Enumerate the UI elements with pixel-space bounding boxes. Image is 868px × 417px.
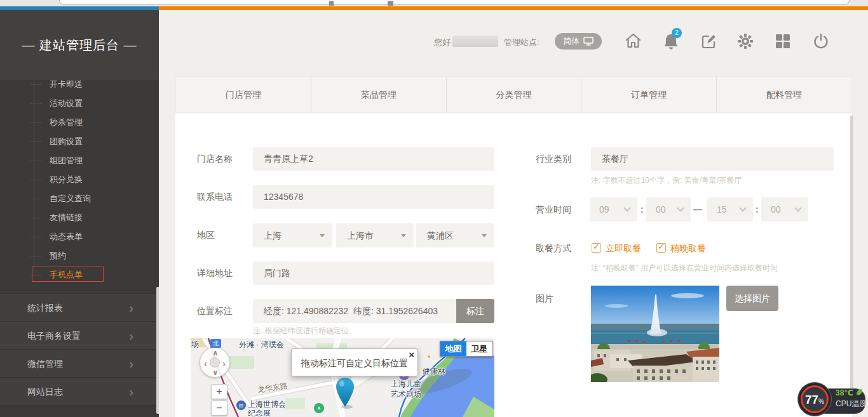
sidebar-item-dynamic-form[interactable]: 动态表单 bbox=[0, 227, 159, 246]
sidebar-item-teambuy[interactable]: 组团管理 bbox=[0, 151, 159, 170]
time-colon: : bbox=[641, 204, 644, 215]
tab-dish-management[interactable]: 菜品管理 bbox=[311, 77, 447, 112]
language-switch-button[interactable]: 简体 bbox=[555, 33, 602, 50]
sidebar-item-seckill[interactable]: 秒杀管理 bbox=[0, 113, 159, 132]
location-input[interactable]: 经度: 121.490882232 纬度: 31.1952626403 bbox=[253, 299, 456, 323]
sidebar-item-activity[interactable]: 活动设置 bbox=[0, 94, 159, 113]
sidebar-scrollbar[interactable] bbox=[156, 287, 159, 414]
map-widget[interactable]: 场 外滩 · 湾璞会 龙华东路 健康林 上海儿童 艺术剧场 上海世博会 纪念展 … bbox=[191, 338, 494, 417]
app-title: — 建站管理后台 — bbox=[0, 10, 159, 80]
sidebar-section-ecommerce[interactable]: 电子商务设置› bbox=[0, 321, 159, 349]
address-input[interactable]: 局门路 bbox=[253, 261, 494, 285]
pickup-later-checkbox[interactable]: ✓ bbox=[656, 243, 666, 253]
sidebar: — 建站管理后台 — 开卡即送 活动设置 秒杀管理 团购设置 组团管理 积分兑换… bbox=[0, 10, 159, 417]
chevron-down-icon bbox=[623, 204, 630, 211]
pickup-later-label[interactable]: 稍晚取餐 bbox=[670, 243, 706, 255]
browser-glyph bbox=[329, 1, 334, 6]
choose-image-button[interactable]: 选择图片 bbox=[726, 286, 778, 311]
open-minute-select[interactable]: 00 bbox=[646, 197, 691, 222]
map-label-children-theater: 上海儿童 bbox=[391, 379, 421, 390]
sidebar-section-wechat[interactable]: 微信管理› bbox=[0, 349, 159, 377]
map-mode-button[interactable]: 地图 bbox=[440, 341, 466, 356]
content-scrollbar[interactable] bbox=[850, 116, 853, 413]
map-pin-icon[interactable] bbox=[334, 376, 357, 409]
chevron-right-icon: › bbox=[129, 294, 133, 322]
phone-label: 联系电话 bbox=[197, 192, 233, 203]
city-select[interactable]: 上海市 bbox=[336, 223, 414, 248]
north-indicator: 北 bbox=[210, 339, 221, 348]
phone-input[interactable]: 12345678 bbox=[253, 185, 494, 209]
dropdown-arrow-icon bbox=[320, 234, 325, 237]
accent-bar-orange bbox=[159, 6, 868, 10]
close-minute-select[interactable]: 00 bbox=[761, 197, 808, 222]
zoom-out-button[interactable]: − bbox=[211, 400, 227, 416]
location-note: 注: 根据经纬度进行精确定位 bbox=[253, 326, 349, 336]
store-name-input[interactable]: 青青原上草2 bbox=[253, 147, 494, 171]
chevron-down-icon bbox=[677, 204, 684, 211]
chevron-down-icon bbox=[794, 204, 801, 211]
latitude-value: 31.1952626403 bbox=[376, 306, 438, 316]
pan-up-icon[interactable]: ∧ bbox=[212, 348, 219, 357]
sidebar-section-statistics[interactable]: 统计报表› bbox=[0, 293, 159, 321]
apps-grid-icon[interactable] bbox=[775, 34, 790, 49]
pan-right-icon[interactable]: › bbox=[222, 358, 226, 369]
gear-icon[interactable] bbox=[738, 34, 753, 49]
address-label: 详细地址 bbox=[197, 268, 233, 279]
district-select[interactable]: 黄浦区 bbox=[416, 223, 494, 248]
active-item-highlight-box bbox=[32, 267, 104, 282]
map-type-toggle: 地图 卫星 bbox=[440, 341, 493, 357]
pan-down-icon[interactable]: ∨ bbox=[212, 368, 219, 377]
region-label: 地区 bbox=[197, 230, 215, 241]
open-hour-select[interactable]: 09 bbox=[590, 197, 637, 222]
cpu-percent-value: 77 bbox=[805, 393, 818, 406]
park-poi-icon[interactable]: ▲ bbox=[314, 403, 324, 413]
home-icon[interactable] bbox=[625, 32, 642, 50]
pan-left-icon[interactable]: ‹ bbox=[204, 358, 207, 369]
map-tooltip: 拖动标注可自定义目标位置 × bbox=[291, 348, 418, 376]
browser-glyph bbox=[388, 1, 393, 6]
sidebar-item-custom-query[interactable]: 自定义查询 bbox=[0, 189, 159, 208]
check-icon: ✓ bbox=[593, 242, 600, 251]
industry-label: 行业类别 bbox=[536, 154, 571, 165]
sidebar-item-booking[interactable]: 预约 bbox=[0, 246, 159, 265]
tab-order-management[interactable]: 订单管理 bbox=[581, 77, 717, 112]
monitor-icon bbox=[583, 37, 593, 46]
map-pan-control[interactable]: ∧ ∨ ‹ › bbox=[200, 347, 230, 378]
cpu-temp-widget[interactable]: 77% 38℃ CPU温度 bbox=[792, 382, 868, 417]
satellite-mode-button[interactable]: 卫星 bbox=[466, 341, 492, 356]
poi-dot bbox=[427, 355, 431, 359]
map-label-expo2: 纪念展 bbox=[248, 408, 271, 417]
notification-badge: 2 bbox=[672, 28, 682, 38]
browser-strip bbox=[0, 0, 868, 6]
pickup-now-checkbox[interactable]: ✓ bbox=[592, 243, 601, 253]
power-icon[interactable] bbox=[813, 33, 829, 50]
map-tooltip-text: 拖动标注可自定义目标位置 bbox=[292, 349, 417, 377]
cpu-temp-label: CPU温度 bbox=[836, 399, 867, 409]
mark-location-button[interactable]: 标注 bbox=[456, 299, 494, 323]
zoom-in-button[interactable]: + bbox=[211, 384, 227, 399]
sidebar-item-links[interactable]: 友情链接 bbox=[0, 208, 159, 227]
province-select[interactable]: 上海 bbox=[253, 223, 332, 248]
museum-poi-icon[interactable]: ▤ bbox=[236, 400, 246, 410]
industry-input[interactable]: 茶餐厅 bbox=[591, 147, 834, 171]
close-hour-select[interactable]: 15 bbox=[707, 197, 753, 222]
pickup-now-label[interactable]: 立即取餐 bbox=[606, 243, 641, 255]
map-label-partial: 场 bbox=[191, 339, 199, 350]
module-tabs: 门店管理 菜品管理 分类管理 订单管理 配料管理 bbox=[175, 76, 852, 113]
sidebar-section-site-log[interactable]: 网站日志› bbox=[0, 377, 159, 405]
cpu-usage-gauge: 77% bbox=[797, 382, 832, 416]
close-icon[interactable]: × bbox=[409, 349, 414, 360]
sidebar-item-groupbuy[interactable]: 团购设置 bbox=[0, 132, 159, 151]
edit-icon[interactable] bbox=[701, 34, 717, 50]
sidebar-item-points[interactable]: 积分兑换 bbox=[0, 170, 159, 189]
tab-ingredient-management[interactable]: 配料管理 bbox=[717, 77, 851, 112]
browser-omnibox[interactable] bbox=[59, 0, 850, 5]
longitude-value: 121.490882232 bbox=[287, 306, 348, 316]
pan-center-knob[interactable] bbox=[210, 357, 220, 367]
map-label-bund: 外滩 · 湾璞会 bbox=[239, 340, 284, 350]
tab-category-management[interactable]: 分类管理 bbox=[447, 77, 582, 112]
image-label: 图片 bbox=[536, 293, 553, 305]
time-colon: : bbox=[756, 204, 759, 215]
manage-site-label: 管理站点: bbox=[504, 37, 539, 48]
tab-store-management[interactable]: 门店管理 bbox=[176, 77, 311, 112]
